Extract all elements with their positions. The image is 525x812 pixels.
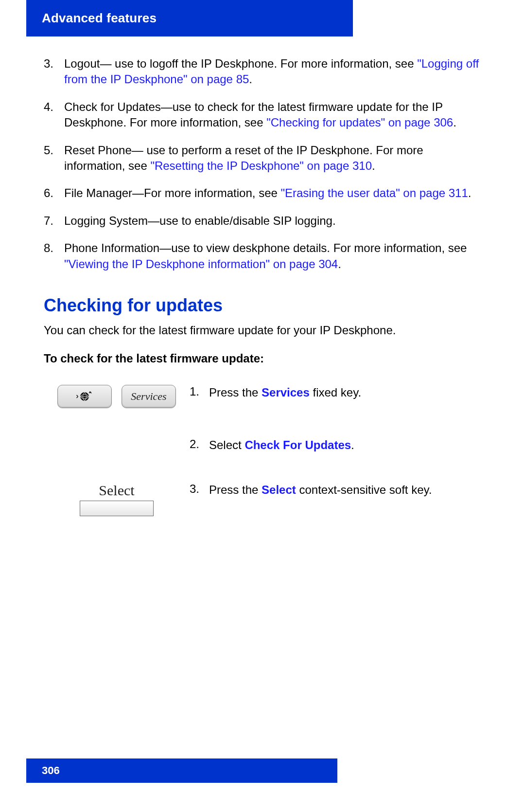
step-number: 3.	[190, 482, 209, 498]
list-number: 7.	[44, 213, 64, 229]
ui-term: Services	[262, 386, 310, 399]
services-key-icon: Services	[122, 385, 176, 408]
list-item: 4. Check for Updates—use to check for th…	[44, 99, 481, 131]
list-text: File Manager—For more information, see "…	[64, 185, 481, 201]
document-page: Advanced features 3. Logout— use to logo…	[0, 0, 525, 812]
globe-key-icon	[57, 385, 112, 408]
cross-ref-link[interactable]: "Viewing the IP Deskphone information" o…	[64, 257, 338, 271]
step-text: Press the Services fixed key.	[209, 385, 481, 400]
step-text: Press the Select context-sensitive soft …	[209, 482, 481, 498]
list-item: 7. Logging System—use to enable/disable …	[44, 213, 481, 229]
cross-ref-link[interactable]: "Resetting the IP Deskphone" on page 310	[150, 159, 372, 172]
list-text: Check for Updates—use to check for the l…	[64, 99, 481, 131]
steps-area: Services 1. Press the Services fixed key…	[44, 385, 481, 516]
step-text-col: 1. Press the Services fixed key.	[190, 385, 481, 400]
list-number: 3.	[44, 56, 64, 88]
section-intro: You can check for the latest firmware up…	[44, 324, 481, 337]
select-soft-key-label: Select	[99, 482, 134, 499]
step-number: 2.	[190, 437, 209, 453]
step-row: 2. Select Check For Updates.	[44, 437, 481, 453]
step-row: Services 1. Press the Services fixed key…	[44, 385, 481, 408]
list-number: 4.	[44, 99, 64, 131]
step-image-col: Services	[44, 385, 190, 408]
step-row: Select 3. Press the Select context-sensi…	[44, 482, 481, 516]
list-text: Reset Phone— use to perform a reset of t…	[64, 143, 481, 174]
cross-ref-link[interactable]: "Checking for updates" on page 306	[266, 116, 453, 129]
content-area: 3. Logout— use to logoff the IP Deskphon…	[44, 56, 481, 516]
step-number: 1.	[190, 385, 209, 400]
list-number: 8.	[44, 240, 64, 272]
soft-key-icon	[80, 501, 154, 516]
list-number: 5.	[44, 143, 64, 174]
page-number: 306	[42, 764, 60, 776]
ui-term: Check For Updates	[245, 438, 351, 451]
list-item: 6. File Manager—For more information, se…	[44, 185, 481, 201]
section-subheading: To check for the latest firmware update:	[44, 352, 481, 365]
step-image-col: Select	[44, 482, 190, 516]
section-heading: Checking for updates	[44, 295, 481, 316]
ui-term: Select	[262, 483, 296, 496]
header-title: Advanced features	[42, 11, 157, 25]
header-bar: Advanced features	[26, 0, 353, 36]
cross-ref-link[interactable]: "Erasing the user data" on page 311	[281, 186, 468, 199]
list-text: Logout— use to logoff the IP Deskphone. …	[64, 56, 481, 88]
step-text-col: 3. Press the Select context-sensitive so…	[190, 482, 481, 498]
list-item: 8. Phone Information—use to view deskpho…	[44, 240, 481, 272]
list-item: 5. Reset Phone— use to perform a reset o…	[44, 143, 481, 174]
step-text-col: 2. Select Check For Updates.	[190, 437, 481, 453]
list-item: 3. Logout— use to logoff the IP Deskphon…	[44, 56, 481, 88]
list-number: 6.	[44, 185, 64, 201]
list-text: Logging System—use to enable/disable SIP…	[64, 213, 481, 229]
step-text: Select Check For Updates.	[209, 437, 481, 453]
list-text: Phone Information—use to view deskphone …	[64, 240, 481, 272]
footer-bar: 306	[26, 758, 337, 783]
globe-icon	[76, 389, 93, 404]
